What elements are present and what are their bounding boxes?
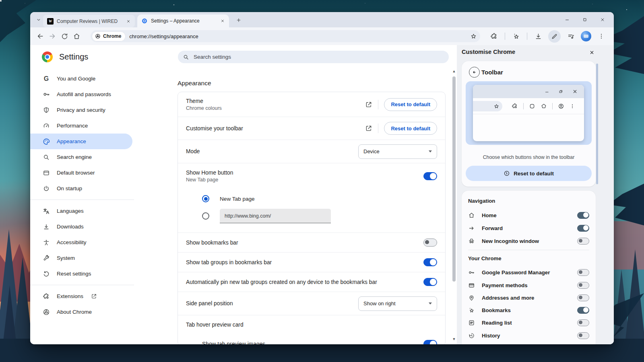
sidebar-item-on-startup[interactable]: On startup (30, 181, 132, 196)
panel-row-incognito: New Incognito window (462, 234, 596, 247)
pentagon-slot-icon (541, 103, 547, 109)
sidebar-item-search-engine[interactable]: Search engine (30, 149, 132, 165)
auto-pin-toggle[interactable] (423, 278, 437, 286)
panel-scrollbar-thumb[interactable] (596, 64, 598, 184)
window-controls (558, 12, 611, 27)
reading-list-toggle[interactable] (577, 319, 589, 326)
close-window-button[interactable] (594, 12, 611, 27)
back-button[interactable] (469, 67, 480, 78)
sidebar-item-you-and-google[interactable]: G You and Google (30, 71, 132, 86)
downloads-icon[interactable] (532, 30, 544, 42)
tab-groups-label: Show tab groups in bookmarks bar (186, 259, 419, 265)
search-settings[interactable] (178, 51, 449, 63)
sidebar-item-reset-settings[interactable]: Reset settings (30, 266, 132, 282)
home-toggle[interactable] (577, 212, 589, 219)
bookmark-star-icon (493, 103, 500, 109)
maximize-button[interactable] (576, 12, 594, 27)
scrollbar-up-arrow[interactable]: ▲ (452, 69, 456, 73)
media-controls-icon[interactable] (565, 30, 577, 42)
sidebar-item-default-browser[interactable]: Default browser (30, 165, 132, 181)
settings-page: Settings G You and Google Autofill and p… (30, 45, 614, 344)
sidebar-item-languages[interactable]: Languages (30, 203, 132, 219)
navigation-heading: Navigation (468, 198, 495, 204)
home-button[interactable] (70, 30, 83, 42)
sidebar-item-privacy[interactable]: Privacy and security (30, 102, 132, 118)
external-link-icon (90, 293, 98, 299)
palette-icon (42, 138, 50, 145)
browser-toolbar: Chrome chrome://settings/appearance (30, 27, 614, 45)
kebab-menu-icon (570, 103, 575, 109)
bookmarks-toggle[interactable] (577, 307, 589, 314)
search-settings-input[interactable] (193, 53, 444, 60)
scrollbar-thumb[interactable] (452, 76, 456, 282)
ntp-radio-row[interactable]: New Tab page (178, 191, 445, 207)
tab-settings-appearance[interactable]: Settings – Appearance (137, 14, 229, 27)
ntp-radio[interactable] (202, 195, 209, 202)
toolbar-section-header: Toolbar (469, 67, 503, 78)
setting-row-bookmarks-bar: Show bookmarks bar (178, 233, 445, 252)
toolbar-reset-button[interactable]: Reset to default (384, 122, 437, 135)
tab-computer-reviews[interactable]: W Computer Reviews | WIRED (43, 15, 135, 27)
close-icon (572, 89, 578, 94)
pencil-icon (551, 33, 558, 40)
page-scrollbar[interactable]: ▲ ▼ (451, 45, 457, 344)
forward-arrow-icon (467, 225, 475, 232)
settings-gear-favicon (141, 18, 148, 24)
omnibox[interactable]: Chrome chrome://settings/appearance (91, 30, 480, 42)
sidebar-item-system[interactable]: System (30, 250, 132, 266)
setting-row-customise-toolbar[interactable]: Customise your toolbar Reset to default (178, 117, 445, 140)
download-icon (42, 223, 50, 230)
mode-select[interactable]: Device (358, 144, 437, 159)
kebab-menu-icon[interactable] (595, 30, 607, 42)
tab-close-icon[interactable] (219, 18, 226, 24)
external-link-icon (365, 125, 372, 132)
setting-row-theme[interactable]: Theme Chrome colours Reset to default (178, 92, 445, 117)
side-panel-select[interactable]: Show on right (358, 296, 437, 311)
extensions-icon[interactable] (488, 30, 500, 42)
minimize-button[interactable] (558, 12, 576, 27)
customise-toolbar-title: Customise your toolbar (186, 125, 360, 132)
panel-row-forward: Forward (462, 222, 596, 234)
browser-window-icon (42, 169, 50, 177)
toolbar-actions (488, 27, 607, 45)
customise-chrome-active-button[interactable] (548, 30, 561, 43)
forward-toggle[interactable] (577, 225, 589, 232)
sidebar-item-performance[interactable]: Performance (30, 118, 132, 134)
preview-images-toggle[interactable] (423, 340, 437, 344)
sidebar-divider (30, 285, 134, 285)
custom-url-radio-row[interactable] (178, 207, 445, 225)
show-home-toggle[interactable] (423, 172, 437, 180)
star-sparkle-icon[interactable] (510, 30, 522, 42)
back-button[interactable] (34, 30, 46, 42)
password-manager-toggle[interactable] (577, 269, 589, 276)
sidebar-item-about-chrome[interactable]: About Chrome (30, 304, 132, 320)
sidebar-item-autofill[interactable]: Autofill and passwords (30, 86, 132, 102)
scrollbar-down-arrow[interactable]: ▼ (452, 337, 456, 341)
history-toggle[interactable] (577, 332, 589, 339)
site-chip[interactable]: Chrome (92, 32, 125, 41)
sidebar-item-downloads[interactable]: Downloads (30, 219, 132, 234)
sidebar-item-appearance[interactable]: Appearance (30, 134, 132, 149)
tab-search-button[interactable] (34, 15, 43, 24)
panel-reset-button[interactable]: Reset to default (466, 166, 592, 181)
chevron-down-icon (36, 17, 41, 23)
new-tab-button[interactable] (234, 15, 244, 25)
reload-button[interactable] (58, 30, 70, 42)
addresses-toggle[interactable] (577, 294, 589, 301)
bookmarks-bar-toggle[interactable] (423, 239, 437, 247)
theme-reset-button[interactable]: Reset to default (384, 98, 437, 111)
sidebar-item-extensions[interactable]: Extensions (30, 288, 132, 304)
tab-close-icon[interactable] (125, 18, 132, 25)
incognito-toggle[interactable] (577, 238, 589, 245)
bookmark-star-icon[interactable] (470, 33, 477, 40)
tab-groups-toggle[interactable] (423, 258, 437, 266)
panel-close-icon[interactable] (587, 48, 596, 57)
mini-omnibox (473, 101, 502, 111)
forward-button[interactable] (46, 30, 58, 42)
toolbar-separator (527, 33, 527, 40)
homepage-url-input[interactable] (220, 209, 331, 223)
profile-avatar[interactable] (581, 31, 591, 41)
payment-methods-toggle[interactable] (577, 282, 589, 289)
custom-url-radio[interactable] (202, 212, 209, 220)
sidebar-item-accessibility[interactable]: Accessibility (30, 234, 132, 250)
